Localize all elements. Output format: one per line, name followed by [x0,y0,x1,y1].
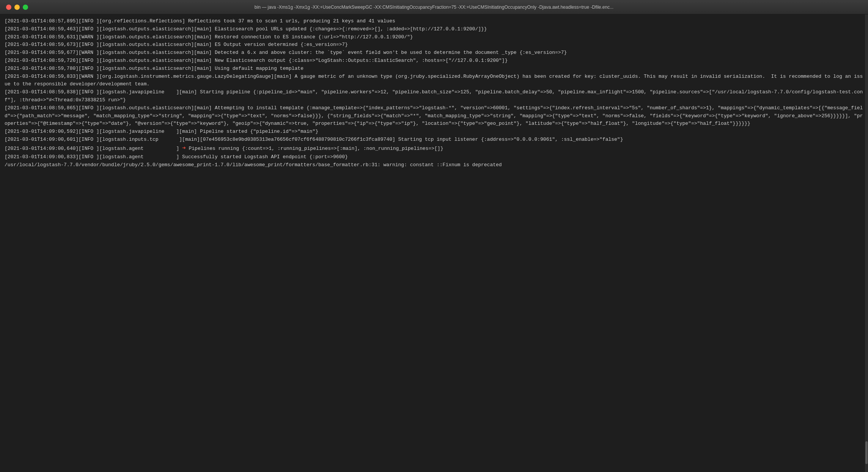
scrollbar-track[interactable] [865,14,868,472]
maximize-button[interactable] [23,5,28,10]
log-line-7: [2021-03-01T14:08:59,780][INFO ][logstas… [5,65,863,73]
log-line-1: [2021-03-01T14:08:57,895][INFO ][org.ref… [5,17,863,25]
log-line-14: [2021-03-01T14:09:00,833][INFO ][logstas… [5,153,863,169]
log-line-2: [2021-03-01T14:08:59,463][INFO ][logstas… [5,25,863,33]
close-button[interactable] [6,5,11,10]
window-title: bin — java -Xms1g -Xmx1g -XX:+UseConcMar… [255,4,613,11]
log-line-13: [2021-03-01T14:09:00,640][INFO ][logstas… [5,144,863,154]
traffic-lights [6,5,28,10]
log-line-10: [2021-03-01T14:08:59,865][INFO ][logstas… [5,104,863,128]
minimize-button[interactable] [14,5,20,10]
log-line-9: [2021-03-01T14:08:59,838][INFO ][logstas… [5,88,863,104]
log-line-11: [2021-03-01T14:09:00,592][INFO ][logstas… [5,128,863,136]
log-line-6: [2021-03-01T14:08:59,726][INFO ][logstas… [5,57,863,65]
log-line-5: [2021-03-01T14:08:59,677][WARN ][logstas… [5,49,863,57]
log-line-4: [2021-03-01T14:08:59,673][INFO ][logstas… [5,41,863,49]
title-bar: bin — java -Xms1g -Xmx1g -XX:+UseConcMar… [0,0,868,14]
scrollbar-thumb[interactable] [865,441,868,464]
log-line-12: [2021-03-01T14:09:00,601][INFO ][logstas… [5,136,863,144]
red-arrow-icon: ➜ [182,145,186,152]
terminal-content[interactable]: [2021-03-01T14:08:57,895][INFO ][org.ref… [0,14,868,472]
terminal-window: bin — java -Xms1g -Xmx1g -XX:+UseConcMar… [0,0,868,472]
log-line-8: [2021-03-01T14:08:59,833][WARN ][org.log… [5,73,863,89]
log-line-3: [2021-03-01T14:08:59,631][WARN ][logstas… [5,33,863,41]
